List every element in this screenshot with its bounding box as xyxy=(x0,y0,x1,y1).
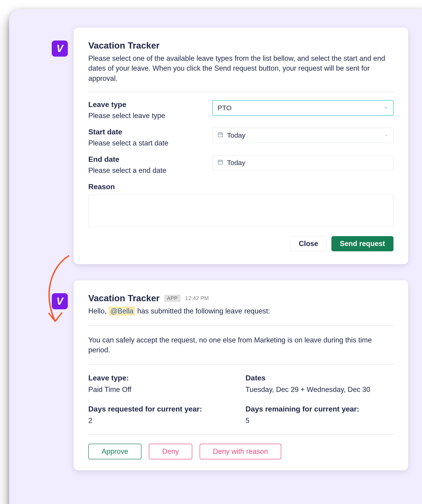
detail-label: Leave type: xyxy=(88,374,236,382)
message-timestamp: 12:42 PM xyxy=(185,295,209,301)
form-intro: Please select one of the available leave… xyxy=(88,53,393,83)
end-date-picker[interactable]: Today xyxy=(212,155,393,170)
leave-type-select[interactable]: PTO xyxy=(212,100,393,115)
form-title: Vacation Tracker xyxy=(88,41,393,51)
leave-type-label: Leave type xyxy=(88,100,203,109)
end-date-label: End date xyxy=(88,155,203,164)
reason-label: Reason xyxy=(88,182,393,191)
start-date-label: Start date xyxy=(88,128,203,136)
calendar-icon xyxy=(217,159,223,167)
app-badge: APP xyxy=(164,294,181,302)
form-actions: Close Send request xyxy=(88,236,393,251)
start-date-row: Start date Please select a start date To… xyxy=(88,128,393,147)
logo-letter-icon: V xyxy=(56,43,63,54)
message-greeting: Hello, @Bella has submitted the followin… xyxy=(88,306,393,316)
detail-days-requested: Days requested for current year: 2 xyxy=(88,405,236,425)
canvas: V Vacation Tracker Please select one of … xyxy=(9,9,422,504)
send-request-button[interactable]: Send request xyxy=(331,236,393,251)
end-date-row: End date Please select a end date Today xyxy=(88,155,393,175)
close-button[interactable]: Close xyxy=(290,236,327,251)
detail-value: Paid Time Off xyxy=(88,385,236,394)
end-date-help: Please select a end date xyxy=(88,166,203,175)
detail-label: Days requested for current year: xyxy=(88,405,236,413)
greeting-prefix: Hello, xyxy=(88,307,109,315)
svg-rect-4 xyxy=(218,160,223,164)
message-title: Vacation Tracker xyxy=(88,293,160,303)
reason-block: Reason xyxy=(88,182,393,228)
end-date-value: Today xyxy=(227,159,245,167)
detail-leave-type: Leave type: Paid Time Off xyxy=(88,374,236,394)
detail-dates: Dates Tuesday, Dec 29 + Wednesday, Dec 3… xyxy=(246,374,394,394)
deny-button[interactable]: Deny xyxy=(149,444,192,459)
request-details: Leave type: Paid Time Off Dates Tuesday,… xyxy=(88,374,393,425)
vacation-tracker-logo: V xyxy=(52,293,68,309)
divider xyxy=(88,434,393,434)
start-date-value: Today xyxy=(227,132,245,139)
message-header: Vacation Tracker APP 12:42 PM xyxy=(88,293,393,303)
leave-type-value: PTO xyxy=(217,104,232,112)
deny-with-reason-button[interactable]: Deny with reason xyxy=(200,444,281,459)
user-mention[interactable]: @Bella xyxy=(109,306,135,316)
leave-request-message-card: V Vacation Tracker APP 12:42 PM Hello, @… xyxy=(74,280,408,470)
decision-actions: Approve Deny Deny with reason xyxy=(88,444,393,459)
leave-type-help: Please select leave type xyxy=(88,112,203,120)
start-date-help: Please select a start date xyxy=(88,139,203,147)
divider xyxy=(88,92,393,92)
detail-label: Days remaining for current year: xyxy=(246,405,394,413)
greeting-suffix: has submitted the following leave reques… xyxy=(135,307,270,315)
start-date-picker[interactable]: Today xyxy=(212,128,393,143)
flow-arrow-icon xyxy=(36,254,76,327)
reason-textarea[interactable] xyxy=(88,195,393,227)
calendar-icon xyxy=(217,132,223,139)
svg-rect-0 xyxy=(218,133,223,137)
detail-value: 5 xyxy=(246,417,394,425)
detail-value: Tuesday, Dec 29 + Wednesday, Dec 30 xyxy=(246,385,394,394)
chevron-down-icon xyxy=(384,132,389,139)
divider xyxy=(88,325,393,326)
approve-button[interactable]: Approve xyxy=(88,444,141,459)
message-note: You can safely accept the request, no on… xyxy=(88,335,393,355)
vacation-tracker-logo: V xyxy=(52,41,68,57)
detail-label: Dates xyxy=(246,374,394,382)
detail-value: 2 xyxy=(88,417,236,425)
chevron-down-icon xyxy=(383,104,388,112)
divider xyxy=(88,364,393,365)
leave-type-row: Leave type Please select leave type PTO xyxy=(88,100,393,120)
detail-days-remaining: Days remaining for current year: 5 xyxy=(246,405,394,425)
logo-letter-icon: V xyxy=(56,295,63,307)
leave-request-form-card: V Vacation Tracker Please select one of … xyxy=(74,28,408,264)
